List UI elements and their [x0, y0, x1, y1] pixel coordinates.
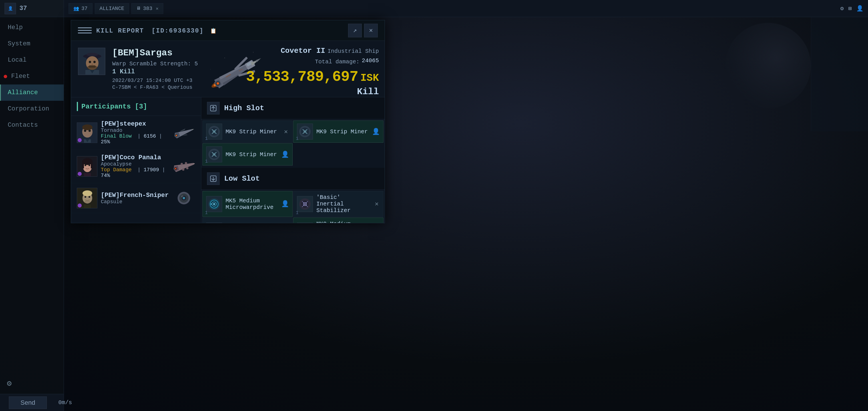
slot-close-btn-1[interactable]: ✕ — [283, 127, 289, 137]
svg-rect-53 — [84, 173, 91, 177]
users-icon: 👥 — [73, 6, 79, 11]
svg-rect-68 — [85, 201, 90, 203]
svg-point-6 — [93, 61, 96, 63]
settings-top-icon[interactable]: ⚙ — [840, 5, 844, 12]
modal-close-button[interactable]: ✕ — [364, 24, 378, 37]
svg-rect-49 — [82, 162, 84, 168]
svg-point-67 — [89, 196, 90, 198]
svg-rect-50 — [91, 162, 93, 168]
sidebar-item-help[interactable]: Help — [0, 20, 64, 36]
participant-info-coco: [PEW]Coco Panala Apocalypse Top Damage |… — [101, 154, 169, 179]
kill-result-label: Kill — [246, 87, 379, 97]
participant-info-steepex: [PEW]steepex Tornado Final Blow | 6156 |… — [101, 121, 169, 145]
monitor-icon: 🖥 — [136, 6, 141, 11]
external-link-button[interactable]: ↗ — [348, 24, 362, 37]
isk-row: 3,533,789,697 ISK — [246, 68, 379, 85]
isk-info: Covetor II Industrial Ship Total damage:… — [246, 46, 379, 97]
sidebar-item-contacts[interactable]: Contacts — [0, 117, 64, 133]
cap-battery-icon — [297, 223, 313, 223]
svg-point-14 — [210, 69, 211, 69]
hamburger-button[interactable] — [78, 24, 92, 37]
copy-icon[interactable]: 📋 — [210, 28, 217, 34]
person-top-icon[interactable]: 👤 — [856, 5, 863, 12]
background-moon — [725, 23, 811, 108]
inertial-icon — [297, 196, 313, 212]
slot-item-mwd: 1 MK5 Medium Microwarp — [203, 191, 293, 217]
slots-panel: High Slot 1 — [201, 97, 384, 223]
modal-header: KILL REPORT [ID:6936330] 📋 ↗ ✕ — [71, 20, 384, 41]
sidebar-item-fleet[interactable]: Fleet — [0, 68, 64, 85]
svg-rect-69 — [84, 204, 91, 208]
tornado-ship-icon — [173, 124, 195, 141]
sidebar: 👤 37 Help System Local Fleet Alliance Co… — [0, 0, 64, 411]
slot-item-strip-miner-3: 1 MK9 Strip Miner 👤 — [203, 143, 293, 165]
participant-item: [PEW]steepex Tornado Final Blow | 6156 |… — [71, 116, 201, 150]
low-slot-grid: 1 MK5 Medium Microwarp — [201, 190, 384, 223]
slot-item-wcs: 1 'Aura' Warp Core Stabilizer — [203, 218, 293, 223]
capsule-ship-icon — [173, 190, 195, 207]
top-right-icons: ⚙ ⊞ 👤 — [840, 5, 863, 12]
ship-title-row: Covetor II Industrial Ship — [246, 46, 379, 55]
svg-point-52 — [89, 164, 90, 166]
participant-avatar-french — [77, 188, 97, 208]
participants-panel: Participants [3] — [71, 97, 201, 223]
tab-close-icon[interactable]: ✕ — [156, 6, 158, 11]
ship-type: Industrial Ship — [328, 48, 379, 55]
top-bar: 👥 37 ALLIANCE 🖥 383 ✕ ⚙ ⊞ 👤 — [64, 0, 868, 17]
slot-person-icon-3: 👤 — [281, 151, 289, 158]
mwd-name: MK5 Medium Microwarpdrive — [225, 197, 278, 211]
slot-item-inertial: 1 'Basic' Inertial Stabilizer — [293, 191, 383, 217]
sidebar-count: 37 — [20, 5, 27, 12]
slot-item-strip-miner-2: 1 MK9 Strip Miner 👤 — [293, 121, 383, 143]
svg-point-12 — [224, 58, 225, 58]
svg-point-87 — [214, 154, 215, 155]
modal-header-buttons: ↗ ✕ — [348, 24, 378, 37]
tab-users[interactable]: 👥 37 — [68, 3, 93, 14]
sidebar-item-local[interactable]: Local — [0, 52, 64, 68]
svg-point-73 — [183, 197, 185, 199]
svg-point-7 — [91, 64, 93, 65]
inertial-close-btn[interactable]: ✕ — [374, 199, 380, 209]
tab-alliance[interactable]: ALLIANCE — [95, 3, 129, 14]
high-slot-title: High Slot — [224, 104, 264, 113]
mwd-icon — [206, 196, 222, 212]
high-slot-header: High Slot — [201, 97, 384, 119]
victim-section: [BEM]Sargas Warp Scramble Strength: 5 1 … — [71, 41, 384, 97]
settings-icon[interactable]: ⚙ — [0, 373, 64, 394]
speed-display: 0m/s — [58, 399, 72, 406]
participant-item-coco: [PEW]Coco Panala Apocalypse Top Damage |… — [71, 150, 201, 183]
sidebar-items: Help System Local Fleet Alliance Corpora… — [0, 17, 64, 133]
kill-report-title: KILL REPORT — [96, 27, 144, 35]
low-slot-icon — [207, 172, 220, 185]
send-button[interactable]: Send — [9, 397, 47, 409]
sidebar-item-system[interactable]: System — [0, 36, 64, 52]
tab-monitor-count: 383 — [143, 6, 152, 11]
strip-miner-icon-1 — [206, 124, 222, 139]
sidebar-item-corporation[interactable]: Corporation — [0, 101, 64, 117]
svg-point-3 — [87, 53, 98, 56]
svg-point-9 — [87, 65, 97, 70]
strip-miner-1-name: MK9 Strip Miner — [225, 128, 280, 135]
svg-point-93 — [213, 203, 215, 205]
participant-name-french: [PEW]French-Sniper — [101, 192, 169, 199]
sidebar-top-bar: 👤 37 — [0, 0, 64, 17]
red-dot-indicator — [4, 75, 7, 78]
send-bar: ☰ Send 0m/s — [0, 394, 64, 411]
inertial-name: 'Basic' Inertial Stabilizer — [316, 194, 370, 214]
kill-report-modal: KILL REPORT [ID:6936330] 📋 ↗ ✕ — [71, 20, 385, 223]
alliance-dot-coco — [78, 172, 82, 176]
svg-point-99 — [304, 203, 306, 204]
tab-monitor[interactable]: 🖥 383 ✕ — [131, 3, 163, 14]
out-house-icon[interactable]: ⊞ — [848, 5, 852, 12]
damage-label: Total damage: — [315, 59, 360, 65]
mwd-person-icon: 👤 — [281, 200, 289, 208]
svg-point-5 — [89, 61, 91, 63]
sidebar-icon-btn[interactable]: 👤 — [5, 3, 16, 14]
alliance-dot — [78, 138, 82, 142]
alliance-dot-french — [78, 203, 82, 208]
participants-title: Participants [3] — [82, 103, 147, 110]
cap-battery-name: MK9 Medium Capacitor Battery — [316, 221, 369, 223]
slot-item-strip-miner-1: 1 MK9 Strip Miner ✕ — [203, 121, 293, 143]
sidebar-item-alliance[interactable]: Alliance — [0, 85, 64, 101]
svg-point-65 — [83, 190, 92, 196]
